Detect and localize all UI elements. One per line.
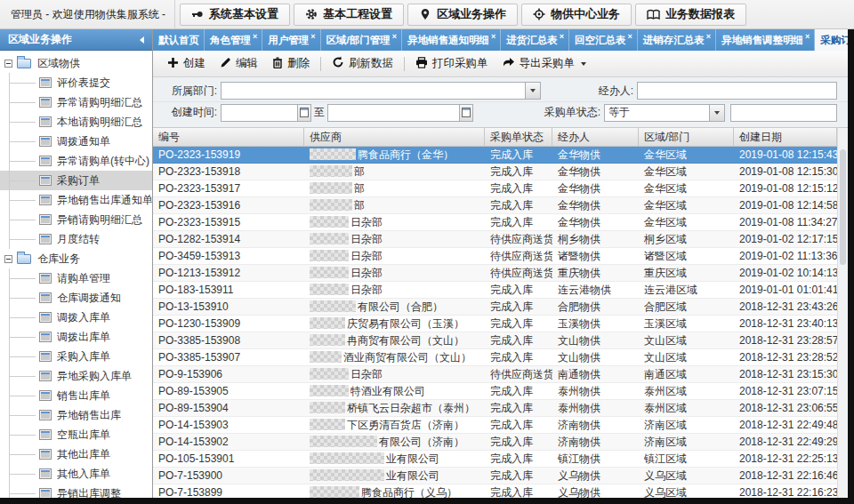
tab[interactable]: 区域/部门管理 × [321, 29, 402, 51]
tab[interactable]: 角色管理 × [205, 29, 262, 51]
toolbar-button[interactable]: 删除 [265, 53, 317, 74]
tree-item[interactable]: 异地采购入库单 [0, 366, 152, 386]
tree-item[interactable]: 请购单管理 [0, 268, 152, 288]
table-row[interactable]: PO-89-153905 特酒业有限公司 完成入库 泰州物供 泰州区域 2018… [153, 383, 837, 400]
scrollbar-thumb[interactable] [840, 149, 846, 265]
close-icon[interactable]: × [628, 33, 632, 41]
tree-item[interactable]: 其他出库单 [0, 444, 152, 464]
order-id-cell: PO-3385-153908 [153, 334, 304, 347]
table-row[interactable]: PO-183-153911 日杂部 完成入库 连云港物供 连云港区域 2019-… [153, 282, 837, 299]
topbar-menu-button[interactable]: 基本工程设置 [294, 4, 404, 26]
tree-item[interactable]: 评价表提交 [0, 73, 152, 92]
tab[interactable]: 采购订单 × [815, 29, 848, 51]
tree-item[interactable]: 销售出库单 [0, 386, 152, 405]
tree-item[interactable]: 采购订单 [0, 171, 152, 190]
table-row[interactable]: PO-2323-153919 腾食品商行（金华） 完成入库 金华物供 金华区域 … [153, 147, 837, 164]
tree-item[interactable]: 异常请购明细汇总 [0, 92, 152, 112]
created-to-input[interactable] [327, 104, 473, 122]
table-row[interactable]: PO-14-153903 下区勇清百货店（济南） 完成入库 济南物供 济南区域 … [153, 417, 837, 434]
vertical-scrollbar[interactable] [837, 128, 848, 498]
chevron-down-icon[interactable] [525, 83, 540, 99]
table-row[interactable]: PO-3385-153907 酒业商贸有限公司（文山） 完成入库 文山物供 文山… [153, 349, 837, 366]
table-row[interactable]: PO-2323-153917 部 完成入库 金华物供 金华区域 2019-01-… [153, 180, 837, 197]
toolbar-button[interactable]: 创建 [160, 53, 213, 74]
created-date-cell: 2018-12-31 23:15:30 [734, 368, 837, 380]
tab[interactable]: 回空汇总表 × [569, 29, 638, 51]
calendar-icon[interactable] [297, 105, 310, 121]
tab[interactable]: 进货汇总表 × [501, 29, 569, 51]
column-header[interactable]: 编号 [153, 128, 304, 146]
topbar-menu-button[interactable]: 业务数据报表 [635, 4, 746, 26]
table-row[interactable]: PO-1213-153912 日杂部 待供应商送货 重庆物供 重庆区域 2019… [153, 265, 837, 282]
topbar-menu-button[interactable]: 物供中心业务 [521, 4, 632, 26]
column-header[interactable]: 创建日期 [734, 128, 837, 146]
tree-item[interactable]: 其他入库单 [0, 464, 152, 484]
tree-item[interactable]: 本地请购明细汇总 [0, 112, 152, 132]
chevron-left-icon[interactable] [140, 36, 144, 44]
tree-item-label: 异地销售出库 [57, 408, 121, 423]
table-row[interactable]: PO-14-153902 有限公司（济南） 完成入库 济南物供 济南区域 201… [153, 434, 837, 451]
table-row[interactable]: PO-2323-153918 部 完成入库 金华物供 金华区域 2019-01-… [153, 164, 837, 180]
close-icon[interactable]: × [560, 33, 564, 41]
topbar-menu-button[interactable]: 区域业务操作 [407, 4, 518, 26]
close-icon[interactable]: × [706, 33, 711, 41]
tree-item[interactable]: 月度结转 [0, 229, 152, 249]
table-row[interactable]: PO-9-153906 日杂部 待供应商送货 南通物供 南通区域 2018-12… [153, 366, 837, 383]
tree-item[interactable]: 异地销售出库通知单 [0, 190, 152, 210]
tree-item[interactable]: 异销请购明细汇总 [0, 210, 152, 229]
tree-item[interactable]: 区域物供 [0, 53, 152, 73]
close-icon[interactable]: × [253, 33, 257, 41]
tree-item[interactable]: 调拨通知单 [0, 132, 152, 151]
table-row[interactable]: PO-2323-153916 部 完成入库 金华物供 金华区域 2019-01-… [153, 197, 837, 214]
table-row[interactable]: PO-105-153901 业有限公司 完成入库 镇江物供 镇江区域 2018-… [153, 451, 837, 468]
column-header[interactable]: 区域/部门 [639, 128, 734, 146]
tab[interactable]: 默认首页 [153, 29, 205, 51]
table-row[interactable]: PO-7-153899 腾食品商行（义乌） 完成入库 义乌物供 义乌区域 201… [153, 484, 837, 498]
status-value-input[interactable] [730, 104, 837, 122]
toolbar-button[interactable]: 导出采购单 [495, 53, 594, 74]
created-date-cell: 2018-12-31 22:16:23 [734, 486, 837, 498]
close-icon[interactable]: × [392, 33, 397, 41]
toolbar-button[interactable]: 编辑 [213, 53, 265, 74]
table-row[interactable]: PO-1282-153914 日杂部 待供应商送货 桐乡物供 桐乡区域 2019… [153, 231, 837, 248]
table-row[interactable]: PO-89-153904 桥镇飞云日杂超市（泰州） 完成入库 泰州物供 泰州区域… [153, 400, 837, 417]
collapse-toggle-icon[interactable] [4, 60, 12, 68]
tree-item[interactable]: 异地销售出库 [0, 405, 152, 425]
created-from-input[interactable] [221, 104, 311, 122]
sidebar-header[interactable]: 区域业务操作 [0, 29, 152, 51]
table-row[interactable]: PO-1230-153909 庆贸易有限公司（玉溪） 完成入库 玉溪物供 玉溪区… [153, 316, 837, 332]
close-icon[interactable]: × [310, 33, 315, 41]
tree-item[interactable]: 采购入库单 [0, 347, 152, 366]
calendar-icon[interactable] [459, 105, 472, 121]
toolbar-button[interactable]: 打印采购单 [408, 53, 495, 74]
chevron-down-icon[interactable] [709, 105, 724, 121]
column-header[interactable]: 采购单状态 [485, 128, 552, 146]
table-row[interactable]: PO-3385-153908 冉商贸有限公司（文山） 完成入库 文山物供 文山区… [153, 332, 837, 349]
agent-filter-input[interactable] [637, 82, 837, 100]
tree-item-label: 异销出库调整 [57, 486, 121, 499]
collapse-toggle-icon[interactable] [4, 255, 12, 263]
close-icon[interactable]: × [491, 33, 495, 41]
tab[interactable]: 异地销售调整明细 × [716, 29, 815, 51]
tree-item[interactable]: 空瓶出库单 [0, 425, 152, 444]
table-row[interactable]: PO-13-153910 有限公司（合肥） 完成入库 合肥物供 合肥区域 201… [153, 299, 837, 316]
tab[interactable]: 进销存汇总表 × [638, 29, 716, 51]
table-row[interactable]: PO-2323-153915 日杂部 完成入库 金华物供 金华区域 2019-0… [153, 214, 837, 231]
close-icon[interactable]: × [805, 33, 810, 41]
table-row[interactable]: PO-3459-153913 日杂部 待供应商送货 诸暨物供 诸暨区域 2019… [153, 248, 837, 265]
tree-item[interactable]: 调拨入库单 [0, 308, 152, 327]
dept-filter-select[interactable] [221, 82, 541, 100]
tree-item[interactable]: 异常请购单(转中心) [0, 151, 152, 171]
tree-item[interactable]: 仓库调拨通知 [0, 288, 152, 308]
column-header[interactable]: 供应商 [304, 128, 485, 146]
column-header[interactable]: 经办人 [552, 128, 639, 146]
tab[interactable]: 异地销售通知明细 × [402, 29, 501, 51]
topbar-menu-button[interactable]: 系统基本设置 [180, 4, 290, 26]
table-row[interactable]: PO-7-153900 业有限公司 完成入库 义乌物供 义乌区域 2018-12… [153, 468, 837, 484]
tree-item[interactable]: 异销出库调整 [0, 484, 152, 498]
toolbar-button[interactable]: 刷新数据 [325, 53, 400, 74]
tree-item[interactable]: 仓库业务 [0, 249, 152, 268]
status-op-select[interactable]: 等于 [604, 104, 725, 122]
tab[interactable]: 用户管理 × [262, 29, 320, 51]
tree-item[interactable]: 调拨出库单 [0, 327, 152, 347]
